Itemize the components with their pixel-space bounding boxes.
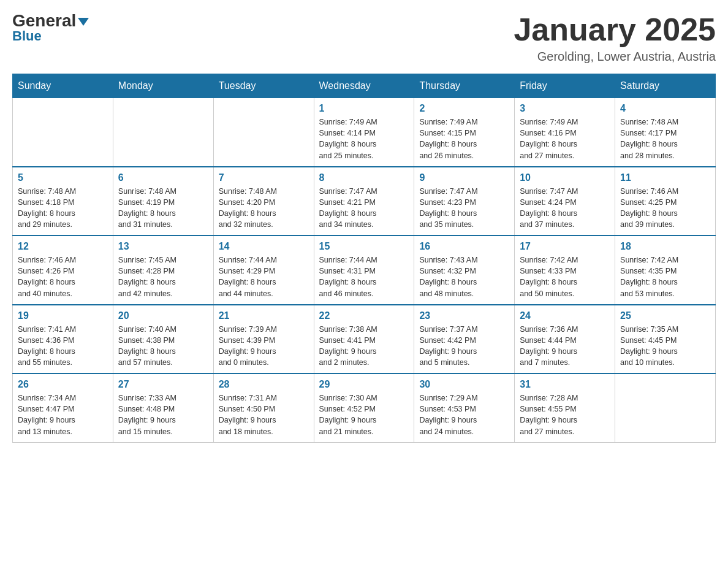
day-cell-w2-d0: 12Sunrise: 7:46 AM Sunset: 4:26 PM Dayli…: [13, 236, 113, 305]
day-cell-w4-d1: 27Sunrise: 7:33 AM Sunset: 4:48 PM Dayli…: [113, 373, 213, 442]
day-cell-w4-d4: 30Sunrise: 7:29 AM Sunset: 4:53 PM Dayli…: [414, 373, 515, 442]
day-info: Sunrise: 7:46 AM Sunset: 4:26 PM Dayligh…: [18, 255, 108, 299]
day-info: Sunrise: 7:38 AM Sunset: 4:41 PM Dayligh…: [319, 324, 409, 369]
day-info: Sunrise: 7:34 AM Sunset: 4:47 PM Dayligh…: [18, 393, 108, 437]
weekday-header-row: Sunday Monday Tuesday Wednesday Thursday…: [13, 74, 716, 98]
day-number: 6: [118, 172, 208, 183]
week-row-2: 12Sunrise: 7:46 AM Sunset: 4:26 PM Dayli…: [13, 236, 716, 305]
day-number: 5: [18, 172, 108, 183]
day-info: Sunrise: 7:36 AM Sunset: 4:44 PM Dayligh…: [520, 324, 610, 369]
day-info: Sunrise: 7:45 AM Sunset: 4:28 PM Dayligh…: [118, 255, 208, 299]
calendar-subtitle: Gerolding, Lower Austria, Austria: [514, 50, 716, 64]
day-cell-w0-d3: 1Sunrise: 7:49 AM Sunset: 4:14 PM Daylig…: [314, 98, 414, 167]
day-number: 30: [419, 379, 509, 390]
day-number: 13: [118, 241, 208, 252]
day-cell-w1-d6: 11Sunrise: 7:46 AM Sunset: 4:25 PM Dayli…: [615, 167, 716, 236]
day-info: Sunrise: 7:49 AM Sunset: 4:16 PM Dayligh…: [520, 117, 610, 161]
day-cell-w0-d4: 2Sunrise: 7:49 AM Sunset: 4:15 PM Daylig…: [414, 98, 515, 167]
day-number: 10: [520, 172, 610, 183]
day-info: Sunrise: 7:48 AM Sunset: 4:20 PM Dayligh…: [219, 186, 309, 231]
day-info: Sunrise: 7:35 AM Sunset: 4:45 PM Dayligh…: [620, 324, 710, 369]
day-info: Sunrise: 7:40 AM Sunset: 4:38 PM Dayligh…: [118, 324, 208, 369]
day-cell-w0-d2: [213, 98, 314, 167]
day-info: Sunrise: 7:39 AM Sunset: 4:39 PM Dayligh…: [219, 324, 309, 369]
day-number: 21: [219, 310, 309, 321]
day-number: 17: [520, 241, 610, 252]
day-cell-w3-d5: 24Sunrise: 7:36 AM Sunset: 4:44 PM Dayli…: [515, 305, 615, 374]
day-cell-w4-d6: [615, 373, 716, 442]
day-info: Sunrise: 7:47 AM Sunset: 4:24 PM Dayligh…: [520, 186, 610, 231]
header-monday: Monday: [113, 74, 213, 98]
day-number: 16: [419, 241, 509, 252]
day-cell-w2-d6: 18Sunrise: 7:42 AM Sunset: 4:35 PM Dayli…: [615, 236, 716, 305]
day-info: Sunrise: 7:49 AM Sunset: 4:15 PM Dayligh…: [419, 117, 509, 161]
day-number: 14: [219, 241, 309, 252]
day-cell-w0-d0: [13, 98, 113, 167]
header-wednesday: Wednesday: [314, 74, 414, 98]
day-info: Sunrise: 7:41 AM Sunset: 4:36 PM Dayligh…: [18, 324, 108, 369]
day-cell-w2-d4: 16Sunrise: 7:43 AM Sunset: 4:32 PM Dayli…: [414, 236, 515, 305]
logo-general: General: [12, 12, 89, 29]
header-saturday: Saturday: [615, 74, 716, 98]
day-number: 26: [18, 379, 108, 390]
day-info: Sunrise: 7:31 AM Sunset: 4:50 PM Dayligh…: [219, 393, 309, 437]
day-cell-w3-d6: 25Sunrise: 7:35 AM Sunset: 4:45 PM Dayli…: [615, 305, 716, 374]
day-info: Sunrise: 7:28 AM Sunset: 4:55 PM Dayligh…: [520, 393, 610, 437]
day-info: Sunrise: 7:46 AM Sunset: 4:25 PM Dayligh…: [620, 186, 710, 231]
calendar-table: Sunday Monday Tuesday Wednesday Thursday…: [12, 74, 716, 443]
day-cell-w3-d1: 20Sunrise: 7:40 AM Sunset: 4:38 PM Dayli…: [113, 305, 213, 374]
day-number: 7: [219, 172, 309, 183]
day-number: 31: [520, 379, 610, 390]
header: General Blue January 2025 Gerolding, Low…: [12, 12, 716, 64]
week-row-1: 5Sunrise: 7:48 AM Sunset: 4:18 PM Daylig…: [13, 167, 716, 236]
day-cell-w1-d4: 9Sunrise: 7:47 AM Sunset: 4:23 PM Daylig…: [414, 167, 515, 236]
day-cell-w0-d6: 4Sunrise: 7:48 AM Sunset: 4:17 PM Daylig…: [615, 98, 716, 167]
day-info: Sunrise: 7:43 AM Sunset: 4:32 PM Dayligh…: [419, 255, 509, 299]
day-cell-w2-d1: 13Sunrise: 7:45 AM Sunset: 4:28 PM Dayli…: [113, 236, 213, 305]
day-info: Sunrise: 7:48 AM Sunset: 4:17 PM Dayligh…: [620, 117, 710, 161]
day-cell-w1-d3: 8Sunrise: 7:47 AM Sunset: 4:21 PM Daylig…: [314, 167, 414, 236]
day-cell-w2-d2: 14Sunrise: 7:44 AM Sunset: 4:29 PM Dayli…: [213, 236, 314, 305]
day-number: 22: [319, 310, 409, 321]
day-cell-w4-d2: 28Sunrise: 7:31 AM Sunset: 4:50 PM Dayli…: [213, 373, 314, 442]
day-info: Sunrise: 7:29 AM Sunset: 4:53 PM Dayligh…: [419, 393, 509, 437]
day-info: Sunrise: 7:48 AM Sunset: 4:19 PM Dayligh…: [118, 186, 208, 231]
day-info: Sunrise: 7:37 AM Sunset: 4:42 PM Dayligh…: [419, 324, 509, 369]
header-friday: Friday: [515, 74, 615, 98]
day-info: Sunrise: 7:47 AM Sunset: 4:23 PM Dayligh…: [419, 186, 509, 231]
day-info: Sunrise: 7:42 AM Sunset: 4:35 PM Dayligh…: [620, 255, 710, 299]
day-cell-w1-d0: 5Sunrise: 7:48 AM Sunset: 4:18 PM Daylig…: [13, 167, 113, 236]
logo-blue: Blue: [12, 28, 42, 44]
day-info: Sunrise: 7:47 AM Sunset: 4:21 PM Dayligh…: [319, 186, 409, 231]
day-number: 9: [419, 172, 509, 183]
day-cell-w1-d1: 6Sunrise: 7:48 AM Sunset: 4:19 PM Daylig…: [113, 167, 213, 236]
header-sunday: Sunday: [13, 74, 113, 98]
day-cell-w2-d3: 15Sunrise: 7:44 AM Sunset: 4:31 PM Dayli…: [314, 236, 414, 305]
header-thursday: Thursday: [414, 74, 515, 98]
day-number: 3: [520, 103, 610, 114]
day-cell-w0-d5: 3Sunrise: 7:49 AM Sunset: 4:16 PM Daylig…: [515, 98, 615, 167]
day-cell-w4-d5: 31Sunrise: 7:28 AM Sunset: 4:55 PM Dayli…: [515, 373, 615, 442]
day-info: Sunrise: 7:44 AM Sunset: 4:31 PM Dayligh…: [319, 255, 409, 299]
day-number: 8: [319, 172, 409, 183]
logo: General Blue: [12, 12, 89, 44]
day-number: 29: [319, 379, 409, 390]
day-number: 28: [219, 379, 309, 390]
day-number: 19: [18, 310, 108, 321]
day-info: Sunrise: 7:30 AM Sunset: 4:52 PM Dayligh…: [319, 393, 409, 437]
day-cell-w1-d5: 10Sunrise: 7:47 AM Sunset: 4:24 PM Dayli…: [515, 167, 615, 236]
week-row-3: 19Sunrise: 7:41 AM Sunset: 4:36 PM Dayli…: [13, 305, 716, 374]
day-number: 23: [419, 310, 509, 321]
day-number: 24: [520, 310, 610, 321]
day-cell-w4-d0: 26Sunrise: 7:34 AM Sunset: 4:47 PM Dayli…: [13, 373, 113, 442]
week-row-0: 1Sunrise: 7:49 AM Sunset: 4:14 PM Daylig…: [13, 98, 716, 167]
day-cell-w3-d2: 21Sunrise: 7:39 AM Sunset: 4:39 PM Dayli…: [213, 305, 314, 374]
day-number: 15: [319, 241, 409, 252]
week-row-4: 26Sunrise: 7:34 AM Sunset: 4:47 PM Dayli…: [13, 373, 716, 442]
day-cell-w4-d3: 29Sunrise: 7:30 AM Sunset: 4:52 PM Dayli…: [314, 373, 414, 442]
day-number: 20: [118, 310, 208, 321]
day-cell-w1-d2: 7Sunrise: 7:48 AM Sunset: 4:20 PM Daylig…: [213, 167, 314, 236]
day-number: 2: [419, 103, 509, 114]
calendar-title: January 2025: [514, 12, 716, 47]
header-tuesday: Tuesday: [213, 74, 314, 98]
